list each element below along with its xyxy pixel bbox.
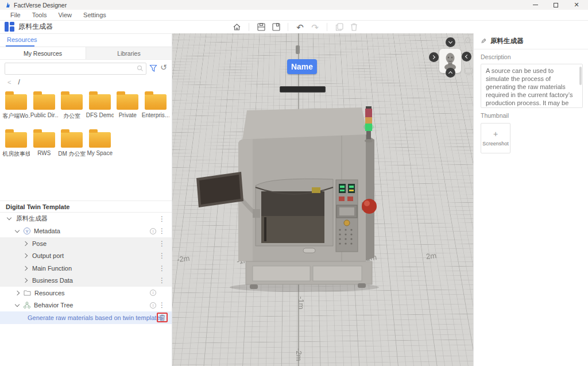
chevron-right-icon[interactable] bbox=[23, 278, 28, 283]
folder-item[interactable]: RWS bbox=[30, 128, 59, 158]
home-button[interactable] bbox=[232, 22, 242, 32]
filter-icon[interactable] bbox=[149, 64, 157, 72]
chevron-right-icon[interactable] bbox=[23, 266, 28, 271]
tab-libraries[interactable]: Libraries bbox=[86, 47, 172, 59]
inspector-title: 原料生成器 bbox=[490, 37, 524, 45]
folder-item[interactable]: 客户端Wo… bbox=[2, 90, 30, 120]
edit-pencil-icon[interactable]: ✎ bbox=[481, 37, 486, 45]
delete-button[interactable] bbox=[349, 22, 359, 32]
kebab-menu-icon[interactable]: ⋮ bbox=[158, 276, 165, 284]
chevron-right-icon[interactable] bbox=[23, 241, 28, 246]
chevron-up-icon bbox=[448, 71, 452, 75]
digital-twin-template-section: Digital Twin Template 原料生成器 ⋮ V Metadata… bbox=[0, 201, 172, 324]
trash-icon bbox=[350, 23, 358, 31]
folder-item[interactable]: 机房故事线 bbox=[2, 128, 30, 158]
title-bar: FactVerse Designer ✕ bbox=[0, 0, 588, 10]
chevron-down-icon[interactable] bbox=[15, 302, 20, 307]
menu-settings[interactable]: Settings bbox=[83, 11, 106, 18]
minimize-button[interactable] bbox=[532, 2, 539, 9]
info-icon[interactable]: i bbox=[150, 228, 156, 234]
kebab-menu-icon[interactable]: ⋮ bbox=[158, 252, 165, 260]
folder-item[interactable]: Public Dir… bbox=[30, 90, 59, 120]
description-field[interactable]: A source can be used to simulate the pro… bbox=[481, 64, 583, 108]
tree-row-output-port[interactable]: Output port ⋮ bbox=[0, 250, 172, 263]
breadcrumb-back-icon[interactable]: < bbox=[7, 79, 11, 86]
tree-row-business-data[interactable]: Business Data ⋮ bbox=[0, 275, 172, 287]
3d-viewport[interactable]: -2m -1m 1m 2m -1m -2m bbox=[172, 33, 473, 366]
close-button[interactable]: ✕ bbox=[573, 2, 580, 9]
kebab-menu-icon[interactable]: ⋮ bbox=[158, 264, 165, 272]
toolbar: 原料生成器 ↶ bbox=[0, 21, 588, 34]
rotate-up-button[interactable] bbox=[446, 68, 455, 78]
chevron-down-icon[interactable] bbox=[15, 228, 20, 233]
folder-item[interactable]: DFS Demo bbox=[86, 90, 114, 120]
tree-row-metadata[interactable]: V Metadata i ⋮ bbox=[0, 225, 172, 238]
folder-icon bbox=[61, 132, 83, 148]
plus-icon: + bbox=[493, 130, 498, 138]
folder-item[interactable]: Enterpris… bbox=[142, 90, 170, 120]
tree-row-resources[interactable]: Resources i bbox=[0, 287, 172, 299]
app-title: FactVerse Designer bbox=[14, 2, 67, 9]
viewport-settings-gear-icon[interactable]: ⚙ bbox=[464, 36, 471, 44]
info-icon[interactable]: i bbox=[150, 302, 156, 309]
chevron-right-icon[interactable] bbox=[15, 291, 20, 295]
duplicate-button[interactable] bbox=[334, 22, 344, 32]
undo-button[interactable]: ↶ bbox=[295, 22, 305, 32]
tab-resources[interactable]: Resources bbox=[7, 36, 37, 43]
scrollbar-thumb[interactable] bbox=[579, 67, 582, 85]
folder-item[interactable]: My Space bbox=[86, 128, 114, 158]
chevron-down-icon[interactable] bbox=[7, 215, 11, 220]
menu-bar: File Tools View Settings bbox=[0, 10, 588, 21]
screenshot-button-label: Screenshot bbox=[482, 141, 509, 147]
selection-name-label[interactable]: Name bbox=[287, 59, 317, 74]
breadcrumb-path[interactable]: / bbox=[18, 78, 20, 86]
metadata-icon: V bbox=[24, 228, 30, 234]
search-input[interactable] bbox=[5, 63, 146, 75]
maximize-button[interactable] bbox=[552, 2, 559, 9]
description-text: A source can be used to simulate the pro… bbox=[481, 64, 582, 108]
rotate-right-button[interactable] bbox=[429, 52, 439, 62]
tab-my-resources[interactable]: My Resources bbox=[0, 47, 86, 59]
kebab-menu-icon[interactable]: ⋮ bbox=[158, 301, 165, 309]
save-icon bbox=[257, 23, 265, 31]
description-scrollbar[interactable] bbox=[579, 66, 582, 107]
project-name: 原料生成器 bbox=[18, 22, 53, 32]
save-button[interactable] bbox=[256, 22, 266, 32]
save-as-button[interactable] bbox=[271, 22, 281, 32]
menu-view[interactable]: View bbox=[58, 11, 72, 18]
trash-icon[interactable] bbox=[159, 314, 165, 321]
kebab-menu-icon[interactable]: ⋮ bbox=[158, 227, 165, 235]
close-icon: ✕ bbox=[574, 2, 579, 8]
breadcrumb: < / bbox=[0, 77, 172, 87]
folder-grid: 客户端Wo… Public Dir… 办公室 DFS Demo Private … bbox=[0, 87, 172, 158]
tab-resources-underline bbox=[6, 45, 34, 47]
tree-row-main-function[interactable]: Main Function ⋮ bbox=[0, 262, 172, 275]
rotate-down-button[interactable] bbox=[446, 37, 455, 47]
rotate-left-button[interactable] bbox=[462, 52, 471, 61]
reset-icon[interactable]: ↺ bbox=[160, 63, 167, 71]
y-axis-label: -2m bbox=[295, 348, 303, 361]
chevron-right-icon[interactable] bbox=[23, 253, 28, 258]
kebab-menu-icon[interactable]: ⋮ bbox=[158, 215, 165, 223]
tree-row-behavior-selected[interactable]: Generate raw materials based on twin tem… bbox=[0, 311, 172, 324]
tree-row-root[interactable]: 原料生成器 ⋮ bbox=[0, 213, 172, 225]
kebab-menu-icon[interactable]: ⋮ bbox=[158, 240, 165, 248]
folder-outline-icon bbox=[24, 290, 31, 296]
folder-item[interactable]: 办公室 bbox=[58, 90, 86, 120]
screenshot-button[interactable]: + Screenshot bbox=[481, 123, 510, 153]
y-axis-label: -1m bbox=[297, 296, 305, 309]
minimize-icon bbox=[533, 5, 538, 5]
redo-button[interactable]: ↷ bbox=[310, 22, 320, 32]
menu-tools[interactable]: Tools bbox=[32, 11, 47, 18]
display-mode-icon[interactable] bbox=[464, 68, 473, 75]
machine-3d-model[interactable] bbox=[195, 103, 385, 293]
project-icon bbox=[5, 22, 14, 32]
info-icon[interactable]: i bbox=[150, 290, 156, 296]
tree-row-behavior-tree[interactable]: Behavior Tree i ⋮ bbox=[0, 299, 172, 312]
save-as-icon bbox=[272, 23, 280, 31]
inspector-panel: ✎ 原料生成器 Description A source can be used… bbox=[473, 33, 588, 366]
menu-file[interactable]: File bbox=[10, 11, 21, 18]
folder-item[interactable]: DM 办公室 bbox=[58, 128, 86, 158]
folder-item[interactable]: Private bbox=[114, 90, 142, 120]
tree-row-pose[interactable]: Pose ⋮ bbox=[0, 237, 172, 250]
